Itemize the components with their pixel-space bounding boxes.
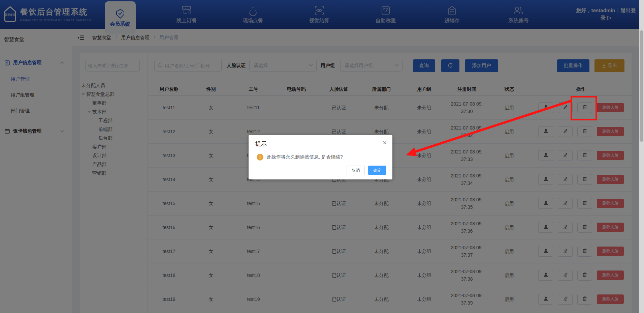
dialog-message: 此操作将永久删除该信息, 是否继续? xyxy=(267,154,343,160)
page-scrollbar[interactable] xyxy=(639,0,644,313)
close-icon[interactable]: ✕ xyxy=(383,140,387,146)
app-root: 智慧食堂 餐饮后台管理系统 MANAGEMENT SYSTEM OF SMART… xyxy=(0,0,644,313)
scrollbar-thumb[interactable] xyxy=(640,30,643,142)
dialog-title: 提示 xyxy=(255,140,267,148)
cancel-button[interactable]: 取消 xyxy=(347,166,365,175)
warning-icon: ! xyxy=(257,154,263,161)
confirm-button[interactable]: 确定 xyxy=(368,166,386,175)
confirm-dialog: 提示 ✕ ! 此操作将永久删除该信息, 是否继续? 取消 确定 xyxy=(249,135,392,179)
